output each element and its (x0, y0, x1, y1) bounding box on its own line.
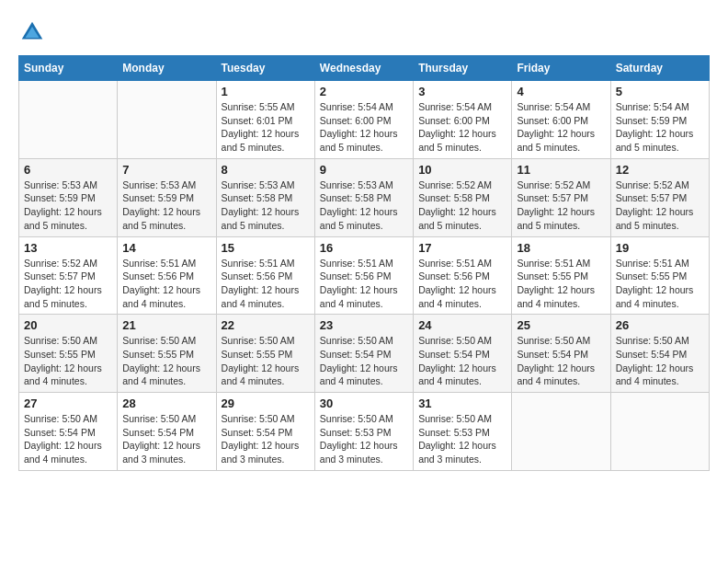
calendar-table: SundayMondayTuesdayWednesdayThursdayFrid… (18, 55, 710, 471)
calendar-cell: 16Sunrise: 5:51 AM Sunset: 5:56 PM Dayli… (314, 236, 413, 315)
calendar-cell: 7Sunrise: 5:53 AM Sunset: 5:59 PM Daylig… (118, 158, 216, 236)
logo (18, 18, 50, 46)
calendar-cell: 8Sunrise: 5:53 AM Sunset: 5:58 PM Daylig… (216, 158, 314, 236)
calendar-cell: 19Sunrise: 5:51 AM Sunset: 5:55 PM Dayli… (610, 236, 709, 315)
calendar-week-4: 20Sunrise: 5:50 AM Sunset: 5:55 PM Dayli… (19, 315, 710, 393)
calendar-cell: 18Sunrise: 5:51 AM Sunset: 5:55 PM Dayli… (512, 236, 610, 315)
calendar-cell (118, 81, 216, 159)
day-number: 31 (418, 396, 506, 410)
calendar-week-5: 27Sunrise: 5:50 AM Sunset: 5:54 PM Dayli… (19, 393, 710, 471)
day-info: Sunrise: 5:54 AM Sunset: 6:00 PM Dayligh… (517, 100, 605, 155)
day-info: Sunrise: 5:52 AM Sunset: 5:57 PM Dayligh… (616, 178, 704, 233)
day-number: 13 (24, 241, 112, 255)
calendar-week-3: 13Sunrise: 5:52 AM Sunset: 5:57 PM Dayli… (19, 236, 710, 315)
calendar-cell: 21Sunrise: 5:50 AM Sunset: 5:55 PM Dayli… (118, 315, 216, 393)
day-info: Sunrise: 5:50 AM Sunset: 5:55 PM Dayligh… (24, 334, 112, 388)
day-number: 17 (418, 241, 506, 255)
day-number: 9 (320, 163, 408, 177)
day-info: Sunrise: 5:51 AM Sunset: 5:56 PM Dayligh… (418, 257, 506, 311)
calendar-cell: 24Sunrise: 5:50 AM Sunset: 5:54 PM Dayli… (414, 315, 512, 393)
day-number: 4 (517, 85, 605, 98)
calendar-cell: 22Sunrise: 5:50 AM Sunset: 5:55 PM Dayli… (216, 315, 314, 393)
day-info: Sunrise: 5:50 AM Sunset: 5:53 PM Dayligh… (418, 412, 506, 466)
day-number: 24 (418, 318, 506, 332)
day-number: 1 (222, 85, 310, 98)
day-number: 26 (616, 318, 704, 332)
day-info: Sunrise: 5:54 AM Sunset: 5:59 PM Dayligh… (616, 100, 704, 155)
calendar-cell (610, 393, 709, 471)
calendar-cell: 3Sunrise: 5:54 AM Sunset: 6:00 PM Daylig… (414, 81, 512, 159)
calendar-week-2: 6Sunrise: 5:53 AM Sunset: 5:59 PM Daylig… (19, 158, 710, 236)
weekday-header-wednesday: Wednesday (314, 56, 413, 81)
day-info: Sunrise: 5:55 AM Sunset: 6:01 PM Dayligh… (222, 100, 310, 155)
calendar-cell (19, 81, 118, 159)
day-info: Sunrise: 5:52 AM Sunset: 5:57 PM Dayligh… (24, 257, 112, 311)
day-info: Sunrise: 5:50 AM Sunset: 5:54 PM Dayligh… (320, 334, 408, 388)
day-info: Sunrise: 5:50 AM Sunset: 5:55 PM Dayligh… (222, 334, 310, 388)
day-info: Sunrise: 5:54 AM Sunset: 6:00 PM Dayligh… (418, 100, 506, 155)
calendar-cell: 13Sunrise: 5:52 AM Sunset: 5:57 PM Dayli… (19, 236, 118, 315)
day-info: Sunrise: 5:51 AM Sunset: 5:55 PM Dayligh… (517, 257, 605, 311)
day-number: 6 (24, 163, 112, 177)
day-info: Sunrise: 5:53 AM Sunset: 5:59 PM Dayligh… (122, 178, 210, 233)
calendar-cell: 11Sunrise: 5:52 AM Sunset: 5:57 PM Dayli… (512, 158, 610, 236)
day-number: 11 (517, 163, 605, 177)
calendar-cell (512, 393, 610, 471)
day-info: Sunrise: 5:50 AM Sunset: 5:54 PM Dayligh… (616, 334, 704, 388)
day-info: Sunrise: 5:50 AM Sunset: 5:54 PM Dayligh… (517, 334, 605, 388)
day-number: 25 (517, 318, 605, 332)
day-number: 21 (122, 318, 210, 332)
day-number: 14 (122, 241, 210, 255)
calendar-cell: 28Sunrise: 5:50 AM Sunset: 5:54 PM Dayli… (118, 393, 216, 471)
weekday-header-monday: Monday (118, 56, 216, 81)
day-info: Sunrise: 5:50 AM Sunset: 5:54 PM Dayligh… (418, 334, 506, 388)
calendar-cell: 1Sunrise: 5:55 AM Sunset: 6:01 PM Daylig… (216, 81, 314, 159)
calendar-cell: 23Sunrise: 5:50 AM Sunset: 5:54 PM Dayli… (314, 315, 413, 393)
day-info: Sunrise: 5:51 AM Sunset: 5:56 PM Dayligh… (222, 257, 310, 311)
day-info: Sunrise: 5:50 AM Sunset: 5:54 PM Dayligh… (122, 412, 210, 466)
day-info: Sunrise: 5:52 AM Sunset: 5:58 PM Dayligh… (418, 178, 506, 233)
day-number: 29 (222, 396, 310, 410)
day-info: Sunrise: 5:53 AM Sunset: 5:58 PM Dayligh… (222, 178, 310, 233)
day-number: 19 (616, 241, 704, 255)
calendar-cell: 27Sunrise: 5:50 AM Sunset: 5:54 PM Dayli… (19, 393, 118, 471)
calendar-cell: 6Sunrise: 5:53 AM Sunset: 5:59 PM Daylig… (19, 158, 118, 236)
logo-icon (18, 18, 46, 46)
calendar-cell: 5Sunrise: 5:54 AM Sunset: 5:59 PM Daylig… (610, 81, 709, 159)
day-number: 10 (418, 163, 506, 177)
day-number: 12 (616, 163, 704, 177)
day-info: Sunrise: 5:50 AM Sunset: 5:55 PM Dayligh… (122, 334, 210, 388)
day-number: 5 (616, 85, 704, 98)
page-header (18, 18, 710, 46)
calendar-cell: 9Sunrise: 5:53 AM Sunset: 5:58 PM Daylig… (314, 158, 413, 236)
day-number: 20 (24, 318, 112, 332)
weekday-header-saturday: Saturday (610, 56, 709, 81)
day-number: 3 (418, 85, 506, 98)
calendar-cell: 20Sunrise: 5:50 AM Sunset: 5:55 PM Dayli… (19, 315, 118, 393)
day-info: Sunrise: 5:53 AM Sunset: 5:58 PM Dayligh… (320, 178, 408, 233)
calendar-cell: 30Sunrise: 5:50 AM Sunset: 5:53 PM Dayli… (314, 393, 413, 471)
day-number: 28 (122, 396, 210, 410)
weekday-header-row: SundayMondayTuesdayWednesdayThursdayFrid… (19, 56, 710, 81)
calendar-cell: 12Sunrise: 5:52 AM Sunset: 5:57 PM Dayli… (610, 158, 709, 236)
day-number: 27 (24, 396, 112, 410)
weekday-header-sunday: Sunday (19, 56, 118, 81)
calendar-cell: 29Sunrise: 5:50 AM Sunset: 5:54 PM Dayli… (216, 393, 314, 471)
day-info: Sunrise: 5:51 AM Sunset: 5:55 PM Dayligh… (616, 257, 704, 311)
calendar-cell: 4Sunrise: 5:54 AM Sunset: 6:00 PM Daylig… (512, 81, 610, 159)
calendar-cell: 15Sunrise: 5:51 AM Sunset: 5:56 PM Dayli… (216, 236, 314, 315)
calendar-cell: 17Sunrise: 5:51 AM Sunset: 5:56 PM Dayli… (414, 236, 512, 315)
day-info: Sunrise: 5:51 AM Sunset: 5:56 PM Dayligh… (320, 257, 408, 311)
day-number: 23 (320, 318, 408, 332)
weekday-header-friday: Friday (512, 56, 610, 81)
calendar-cell: 31Sunrise: 5:50 AM Sunset: 5:53 PM Dayli… (414, 393, 512, 471)
day-number: 2 (320, 85, 408, 98)
calendar-cell: 10Sunrise: 5:52 AM Sunset: 5:58 PM Dayli… (414, 158, 512, 236)
calendar-cell: 25Sunrise: 5:50 AM Sunset: 5:54 PM Dayli… (512, 315, 610, 393)
day-info: Sunrise: 5:51 AM Sunset: 5:56 PM Dayligh… (122, 257, 210, 311)
day-info: Sunrise: 5:54 AM Sunset: 6:00 PM Dayligh… (320, 100, 408, 155)
day-number: 15 (222, 241, 310, 255)
calendar-cell: 14Sunrise: 5:51 AM Sunset: 5:56 PM Dayli… (118, 236, 216, 315)
day-info: Sunrise: 5:50 AM Sunset: 5:53 PM Dayligh… (320, 412, 408, 466)
day-number: 16 (320, 241, 408, 255)
